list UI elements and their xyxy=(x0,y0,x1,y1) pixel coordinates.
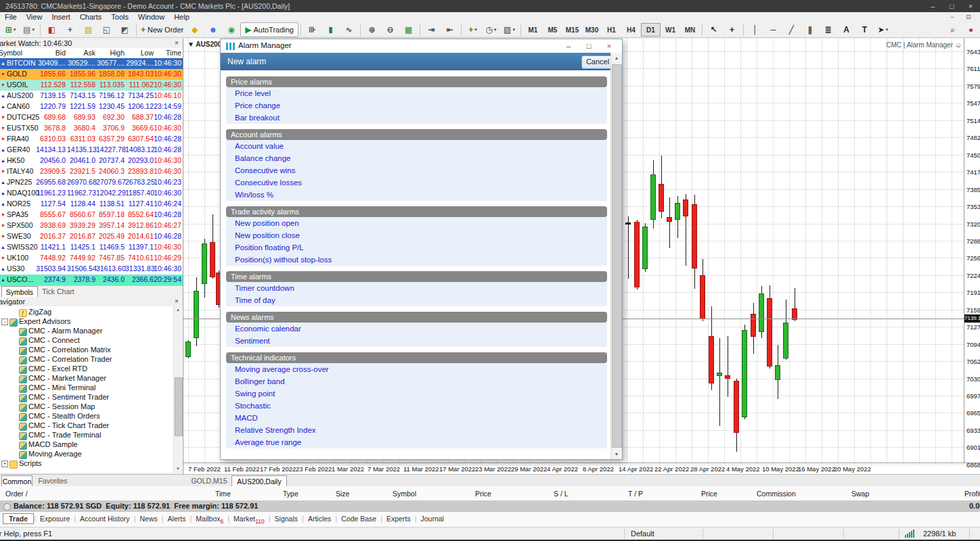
terminal-tab-mailbox[interactable]: Mailbox6 xyxy=(192,513,227,526)
new-chart-button[interactable]: ⊞▾ xyxy=(1,22,20,37)
arrows-tool-button[interactable]: ➤▾ xyxy=(874,22,892,37)
equidistant-channel-button[interactable]: ∥ xyxy=(801,22,819,37)
autotrading-button[interactable]: ▶AutoTrading xyxy=(240,22,298,37)
zoom-out-button[interactable]: ⊖ xyxy=(381,22,399,37)
menu-item-insert[interactable]: Insert xyxy=(47,12,75,22)
text-label-button[interactable]: T xyxy=(855,22,874,37)
navigator-item-expert-advisors[interactable]: -Expert Advisors xyxy=(0,317,172,327)
alarm-type-new-position-close[interactable]: New position close xyxy=(226,229,607,241)
navigator-item-cmc-connect[interactable]: CMC - Connect xyxy=(0,336,172,346)
terminal-toggle-button[interactable]: ◱ xyxy=(97,22,116,37)
menu-item-file[interactable]: File xyxy=(0,12,22,22)
market-watch-row-us30[interactable]: ▲US3031503.9431506.5431613.6031331.8310:… xyxy=(0,264,183,275)
timeframe-m5-button[interactable]: M5 xyxy=(543,23,562,37)
dialog-scrollbar[interactable]: ▲ ▼ xyxy=(610,53,622,459)
scrollbar-up-icon[interactable]: ▲ xyxy=(611,53,622,63)
cancel-button[interactable]: Cancel xyxy=(581,55,614,69)
market-watch-row-ger40[interactable]: ▲GER4014134.1314135.1314227.7814083.1210… xyxy=(0,145,183,156)
text-button[interactable]: A xyxy=(837,22,855,37)
crosshair-button[interactable]: + xyxy=(723,22,741,37)
timeframe-m15-button[interactable]: M15 xyxy=(562,23,582,37)
market-watch-row-fra40[interactable]: ▼FRA406310.036311.036357.296307.5410:46:… xyxy=(0,134,183,145)
tab-favorites[interactable]: Favorites xyxy=(34,475,72,486)
status-connection[interactable]: 2298/1 kb xyxy=(923,530,956,538)
market-watch-close-icon[interactable]: × xyxy=(173,39,181,47)
scrollbar-up-icon[interactable]: ▲ xyxy=(174,306,182,314)
navigator-item-moving-average[interactable]: Moving Average xyxy=(0,450,172,459)
alarm-type-consecutive-wins[interactable]: Consecutive wins xyxy=(226,164,607,177)
alarm-type-consecutive-losses[interactable]: Consecutive losses xyxy=(226,177,607,189)
market-watch-row-eustx50[interactable]: ▼EUSTX503678.83680.43706.93669.610:46:30 xyxy=(0,123,183,134)
market-watch-row-swe30[interactable]: ▼SWE302016.372016.872025.492014.6110:46:… xyxy=(0,231,183,242)
navigator-item-cmc-correlation-matrix[interactable]: CMC - Correlation Matrix xyxy=(0,346,172,355)
market-watch-row-spa35[interactable]: ▼SPA358555.678560.678597.188552.6410:46:… xyxy=(0,210,183,220)
chart-tab-gold-m15[interactable]: GOLD,M15 xyxy=(188,475,230,486)
market-watch-row-swiss20[interactable]: ▲SWISS2011421.111425.111469.511397.110:4… xyxy=(0,242,183,253)
timeframe-mn-button[interactable]: MN xyxy=(680,23,700,37)
navigator-item-cmc-mini-terminal[interactable]: CMC - Mini Terminal xyxy=(0,383,172,393)
window-minimize-button[interactable]: – xyxy=(923,0,942,12)
menu-item-window[interactable]: Window xyxy=(133,12,169,22)
horizontal-line-button[interactable]: ─ xyxy=(764,22,782,37)
alarm-type-macd[interactable]: MACD xyxy=(226,412,607,424)
terminal-tab-journal[interactable]: Journal xyxy=(417,513,448,524)
menu-item-view[interactable]: View xyxy=(22,12,47,22)
market-watch-row-gold[interactable]: ▼GOLD1855.661855.961858.081843.0310:46:3… xyxy=(0,69,183,80)
alarm-type-time-of-day[interactable]: Time of day xyxy=(226,294,607,306)
dialog-maximize-button[interactable]: □ xyxy=(580,41,598,51)
candlestick-mode-button[interactable]: ▮ xyxy=(321,22,340,37)
terminal-tab-experts[interactable]: Experts xyxy=(382,513,415,524)
timeframe-m30-button[interactable]: M30 xyxy=(582,23,602,37)
market-watch-row-jpn225[interactable]: ▲JPN22526955.6826970.6827079.6726763.251… xyxy=(0,177,183,188)
navigator-item-cmc-sentiment-trader[interactable]: CMC - Sentiment Trader xyxy=(0,393,172,402)
navigator-item-zigzag[interactable]: ƒZigZag xyxy=(0,308,172,317)
dialog-close-button[interactable]: × xyxy=(600,41,618,51)
child-minimize-button[interactable]: – xyxy=(945,13,960,22)
terminal-tab-code-base[interactable]: Code Base xyxy=(337,513,380,524)
alarm-type-new-position-open[interactable]: New position open xyxy=(226,217,607,229)
alarm-type-price-change[interactable]: Price change xyxy=(226,99,607,112)
status-profile[interactable]: Default xyxy=(631,530,654,538)
alarm-type-sentiment[interactable]: Sentiment xyxy=(226,335,607,347)
alarm-type-average-true-range[interactable]: Average true range xyxy=(226,436,607,448)
alarm-type-relative-strength-index[interactable]: Relative Strength Index xyxy=(226,424,607,436)
market-watch-row-ndaq100[interactable]: ▲NDAQ10011961.2311962.7312042.2911857.40… xyxy=(0,188,183,199)
terminal-tab-market[interactable]: Market110 xyxy=(229,513,269,526)
alarm-type-balance-change[interactable]: Balance change xyxy=(226,152,607,164)
alarm-type-win-loss-[interactable]: Win/loss % xyxy=(226,189,607,201)
terminal-tab-signals[interactable]: Signals xyxy=(271,513,302,524)
market-watch-toggle-button[interactable]: ◧ xyxy=(43,22,61,37)
navigator-item-macd-sample[interactable]: MACD Sample xyxy=(0,440,172,450)
market-watch-row-usoil[interactable]: ▼USOIL112.528112.558113.035111.06210:46:… xyxy=(0,80,183,91)
profiles-button[interactable]: ▤▾ xyxy=(20,22,38,37)
terminal-tab-articles[interactable]: Articles xyxy=(304,513,335,524)
auto-scroll-button[interactable]: ⇥ xyxy=(422,22,441,37)
search-button[interactable]: ⌕ xyxy=(943,22,962,37)
chart-shift-button[interactable]: ⇤ xyxy=(441,22,459,37)
zoom-in-button[interactable]: ⊕ xyxy=(363,22,381,37)
navigator-item-cmc-excel-rtd[interactable]: CMC - Excel RTD xyxy=(0,364,172,374)
market-watch-row-nor25[interactable]: ▲NOR251127.541128.441138.511127.4110:46:… xyxy=(0,199,183,210)
fibonacci-button[interactable]: ≣ xyxy=(819,22,837,37)
navigator-item-cmc-correlation-trader[interactable]: CMC - Correlation Trader xyxy=(0,355,172,364)
trendline-button[interactable]: ╱ xyxy=(782,22,801,37)
navigator-item-scripts[interactable]: +Scripts xyxy=(0,459,172,469)
alarm-type-price-level[interactable]: Price level xyxy=(226,87,607,99)
tab-tick-chart[interactable]: Tick Chart xyxy=(38,286,79,297)
alarm-type-timer-countdown[interactable]: Timer countdown xyxy=(226,282,607,294)
alarm-type-account-value[interactable]: Account value xyxy=(226,140,607,152)
market-watch-row-uk100[interactable]: ▼UK1007448.927449.927467.857410.6110:46:… xyxy=(0,253,183,264)
periods-button[interactable]: ◷▾ xyxy=(482,22,500,37)
tree-expander-icon[interactable]: - xyxy=(1,319,8,325)
strategy-tester-button[interactable]: ◩ xyxy=(116,22,134,37)
scrollbar-down-icon[interactable]: ▼ xyxy=(611,449,622,459)
scrollbar-thumb[interactable] xyxy=(612,64,622,448)
terminal-tab-account-history[interactable]: Account History xyxy=(76,513,134,524)
scrollbar-thumb[interactable] xyxy=(175,377,183,436)
bar-chart-mode-button[interactable]: ⊪ xyxy=(303,22,321,37)
balance-row[interactable]: Balance: 118 572.91 SGD Equity: 118 572.… xyxy=(0,500,980,512)
market-watch-row-can60[interactable]: ▲CAN601220.791221.591230.451206.1223:14:… xyxy=(0,101,183,112)
data-window-button[interactable]: + xyxy=(61,22,79,37)
navigator-item-cmc-trade-terminal[interactable]: CMC - Trade Terminal xyxy=(0,431,172,440)
timeframe-d1-button[interactable]: D1 xyxy=(641,23,661,37)
